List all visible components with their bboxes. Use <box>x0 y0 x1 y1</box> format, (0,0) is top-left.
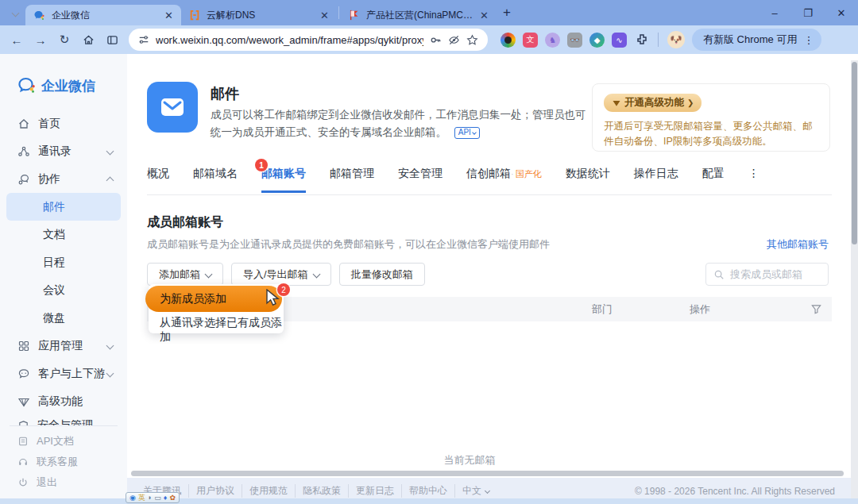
ime-mic-icon[interactable]: ♦ <box>164 494 168 502</box>
tab-mail-domain[interactable]: 邮箱域名 <box>193 167 238 190</box>
tab-overview[interactable]: 概况 <box>147 167 169 190</box>
horizontal-scrollbar[interactable] <box>131 471 844 476</box>
back-button[interactable]: ← <box>6 29 27 50</box>
profile-avatar[interactable]: 🐶 <box>667 31 685 48</box>
address-bar[interactable]: work.weixin.qq.com/wework_admin/frame#ap… <box>129 29 488 51</box>
extension-translate-icon[interactable]: 文 <box>523 33 538 48</box>
tab-title: 产品社区营(ChinaPMCC)™ - - <box>366 9 473 22</box>
window-close-button[interactable]: ✕ <box>825 0 858 25</box>
import-export-button[interactable]: 导入/导出邮箱 <box>231 263 331 286</box>
tab-security-management[interactable]: 安全管理 <box>398 167 443 190</box>
screen: 企业微信 ✕ 云解析DNS ✕ 产品社区营(ChinaPMCC)™ - - ✕ … <box>0 0 858 504</box>
browser-tab-wecom[interactable]: 企业微信 ✕ <box>25 5 181 25</box>
sidebar-item-collaboration[interactable]: 协作 <box>0 165 127 193</box>
footer-language-select[interactable]: 中文 <box>455 484 497 498</box>
side-panel-button[interactable] <box>102 29 122 50</box>
sidebar-item-docs[interactable]: 文档 <box>0 221 127 248</box>
sidebar-item-app-management[interactable]: 应用管理 <box>0 332 127 360</box>
other-mailbox-link[interactable]: 其他邮箱账号 <box>767 237 829 252</box>
footer-link-changelog[interactable]: 更新日志 <box>349 484 402 498</box>
tab-search-button[interactable] <box>5 2 25 23</box>
ime-lang-icon[interactable]: 英 <box>138 494 145 502</box>
ime-settings-icon[interactable]: ✿ <box>169 494 176 502</box>
extension-chart-icon[interactable]: ∿ <box>612 33 627 48</box>
vertical-scrollbar[interactable] <box>851 60 858 504</box>
footer-link-agreement[interactable]: 用户协议 <box>189 484 242 498</box>
tab-settings[interactable]: 配置 <box>702 167 725 190</box>
footer-link-help[interactable]: 帮助中心 <box>402 484 455 498</box>
browser-tab-dns[interactable]: 云解析DNS ✕ <box>181 5 337 25</box>
tab-mail-management[interactable]: 邮箱管理 <box>330 167 374 190</box>
password-key-icon[interactable] <box>430 34 442 46</box>
add-mailbox-dropdown: 2 为新成员添加 从通讯录选择已有成员添加 <box>149 284 284 333</box>
sidebar-item-label: 安全与管理 <box>37 418 116 425</box>
extension-colorwheel-icon[interactable] <box>500 33 516 48</box>
tab-mail-accounts[interactable]: 1 邮箱账号 <box>261 167 306 193</box>
collaboration-icon <box>17 173 30 186</box>
extension-flame-icon[interactable]: ♞ <box>545 33 560 48</box>
home-button[interactable] <box>78 29 99 50</box>
sidebar-item-support[interactable]: 联系客服 <box>0 452 127 472</box>
tab-data-statistics[interactable]: 数据统计 <box>566 167 610 190</box>
browser-toolbar: ← → ↻ work.weixin.qq.com/wework_admin/fr… <box>0 25 858 54</box>
search-input[interactable]: 搜索成员或邮箱 <box>705 263 829 286</box>
dns-favicon <box>189 10 200 21</box>
filter-funnel-icon[interactable] <box>810 303 822 315</box>
sidebar-item-security-cut[interactable]: 安全与管理 <box>0 415 127 425</box>
tab-xinchuang-mail[interactable]: 信创邮箱·国产化 <box>466 167 542 190</box>
window-minimize-button[interactable]: – <box>758 0 791 25</box>
bookmark-star-icon[interactable] <box>466 34 478 46</box>
tab-close-icon[interactable]: ✕ <box>480 10 489 21</box>
sidebar-item-home[interactable]: 首页 <box>0 110 127 137</box>
forward-button[interactable]: → <box>30 29 51 50</box>
sidebar-item-premium-features[interactable]: 高级功能 <box>0 387 127 415</box>
extension-shield-icon[interactable]: ◆ <box>589 33 605 48</box>
chrome-update-button[interactable]: 有新版 Chrome 可用 ⋮ <box>692 29 821 51</box>
ime-keyboard-icon[interactable]: ▭ <box>154 494 161 502</box>
api-badge[interactable]: API <box>454 127 480 139</box>
page: 企业微信 首页 通讯录 协作 邮件 文档 日 <box>0 54 858 504</box>
tabs-more-button[interactable]: ⋮ <box>748 167 759 189</box>
tab-operation-log[interactable]: 操作日志 <box>634 167 678 190</box>
sidebar-item-calendar[interactable]: 日程 <box>0 248 127 276</box>
site-settings-icon[interactable] <box>138 34 149 45</box>
sidebar-item-label: 客户与上下游 <box>38 367 107 381</box>
chevron-up-icon <box>106 177 114 185</box>
chat-bubble-icon <box>17 367 30 380</box>
menu-item-add-new-member[interactable]: 为新成员添加 <box>160 292 226 306</box>
window-maximize-button[interactable]: ❐ <box>791 0 825 25</box>
ime-toolbar[interactable]: ◉ 英 ◗ ▭ ♦ ✿ <box>126 492 180 503</box>
ime-moon-icon[interactable]: ◗ <box>148 494 152 502</box>
tab-close-icon[interactable]: ✕ <box>320 10 329 21</box>
annotation-badge-1: 1 <box>255 159 268 171</box>
premium-promo-button[interactable]: 开通高级功能 ❯ <box>604 94 701 112</box>
tab-separator <box>338 6 339 19</box>
chrome-menu-icon[interactable]: ⋮ <box>803 34 814 46</box>
wecom-logo[interactable]: 企业微信 <box>0 54 127 110</box>
premium-promo-text: 开通后可享受无限邮箱容量、更多公共邮箱、邮件自动备份、IP限制等多项高级功能。 <box>604 119 818 149</box>
sidebar-item-drive[interactable]: 微盘 <box>0 304 127 332</box>
section-description: 成员邮箱账号是为企业通讯录成员提供的免费邮箱账号，可以在企业微信客户端使用邮件 <box>147 237 550 252</box>
sidebar-item-logout[interactable]: 退出 <box>0 472 127 493</box>
extension-glasses-icon[interactable]: 👓 <box>567 33 582 48</box>
footer-link-usage[interactable]: 使用规范 <box>242 484 296 498</box>
new-tab-button[interactable]: + <box>497 2 517 23</box>
scrollbar-thumb[interactable] <box>852 62 857 244</box>
sidebar-item-contacts[interactable]: 通讯录 <box>0 137 127 165</box>
batch-modify-button[interactable]: 批量修改邮箱 <box>339 263 425 286</box>
footer-link-privacy[interactable]: 隐私政策 <box>296 484 349 498</box>
eye-off-icon[interactable] <box>448 34 460 46</box>
sidebar-item-label: 联系客服 <box>37 455 116 469</box>
browser-tab-pmcc[interactable]: 产品社区营(ChinaPMCC)™ - - ✕ <box>341 5 497 25</box>
sidebar-item-meeting[interactable]: 会议 <box>0 276 127 304</box>
kebab-icon: ⋮ <box>748 167 759 179</box>
sidebar-item-customers[interactable]: 客户与上下游 <box>0 360 127 387</box>
add-mailbox-button[interactable]: 添加邮箱 <box>147 263 223 286</box>
sidebar-item-api-docs[interactable]: API文档 <box>0 431 127 452</box>
menu-item-add-from-contacts[interactable]: 从通讯录选择已有成员添加 <box>160 316 284 344</box>
extensions-puzzle-icon[interactable] <box>634 33 649 48</box>
url-text[interactable]: work.weixin.qq.com/wework_admin/frame#ap… <box>156 34 423 46</box>
tab-close-icon[interactable]: ✕ <box>164 10 173 21</box>
reload-button[interactable]: ↻ <box>54 29 75 50</box>
sidebar-item-mail[interactable]: 邮件 <box>6 193 121 221</box>
